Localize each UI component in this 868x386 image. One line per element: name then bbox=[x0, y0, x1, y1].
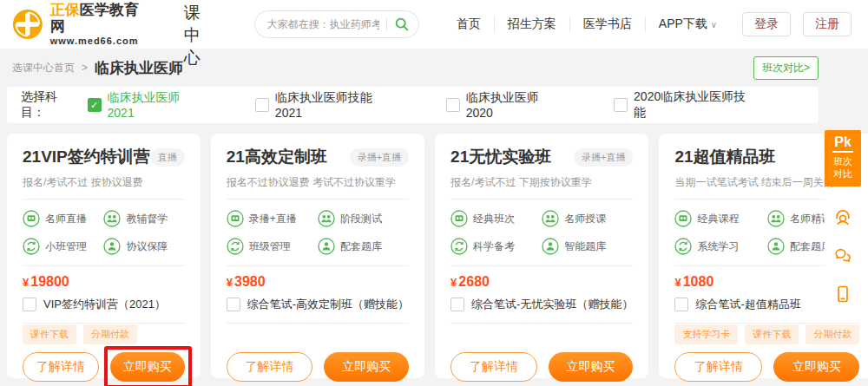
price-currency: ¥ bbox=[674, 276, 681, 289]
course-card-gaoxiao: 21高效定制班 录播+直播 报名不过协议退费 考试不过协议重学 录播+直播 阶段… bbox=[211, 134, 424, 378]
register-button[interactable]: 注册 bbox=[803, 12, 852, 36]
person-icon bbox=[767, 238, 785, 255]
course-option-checkbox[interactable] bbox=[23, 298, 36, 311]
pk-text-line1: 班次 bbox=[825, 155, 861, 167]
breadcrumb-home-link[interactable]: 选课中心首页 bbox=[12, 61, 75, 75]
buy-button[interactable]: 立即购买 bbox=[549, 352, 634, 382]
wechat-chat-icon[interactable] bbox=[832, 245, 854, 267]
nav-home[interactable]: 首页 bbox=[444, 16, 494, 32]
course-type-badge: 录播+直播 bbox=[350, 148, 409, 167]
search-icon[interactable] bbox=[394, 16, 410, 32]
course-option-row[interactable]: 综合笔试-高效定制班（赠技能） bbox=[227, 297, 409, 324]
pk-compare-button[interactable]: Pk 班次 对比 bbox=[825, 130, 861, 186]
buy-button[interactable]: 立即购买 bbox=[324, 352, 409, 382]
feature-item: 系统学习 bbox=[674, 238, 767, 255]
feature-item: 配套题库 bbox=[318, 238, 409, 255]
site-logo[interactable]: 正保医学教育网 www.med66.com bbox=[12, 3, 142, 45]
course-title: 21无忧实验班 bbox=[450, 146, 551, 168]
course-option-checkbox[interactable] bbox=[227, 298, 240, 311]
promo-tag: 分期付款 bbox=[806, 324, 859, 344]
nav-bookstore[interactable]: 医学书店 bbox=[569, 16, 645, 32]
price-amount: 3980 bbox=[234, 274, 266, 289]
promo-tags bbox=[450, 324, 633, 344]
feature-item: 录播+直播 bbox=[227, 210, 318, 227]
brand-text: 正保医学教育网 www.med66.com bbox=[50, 3, 142, 45]
buy-button[interactable]: 立即购买 bbox=[110, 352, 185, 382]
checkbox-checked-icon[interactable]: ✓ bbox=[88, 98, 102, 112]
course-option-row[interactable]: 综合笔试-无忧实验班（赠技能） bbox=[450, 297, 633, 324]
sync-icon bbox=[674, 238, 692, 255]
detail-button[interactable]: 了解详情 bbox=[674, 352, 762, 382]
person-icon bbox=[318, 238, 335, 255]
course-option-label: 综合笔试-超值精品班 bbox=[695, 297, 800, 312]
course-title: 21VIP签约特训营 bbox=[23, 146, 150, 168]
filter-option-2021[interactable]: ✓ 临床执业医师2021 bbox=[88, 90, 201, 120]
live-board-icon bbox=[227, 210, 244, 227]
main-nav: 首页 招生方案 医学书店 APP下载∨ bbox=[444, 16, 730, 32]
live-board-icon bbox=[674, 210, 692, 227]
feature-item: 教辅督学 bbox=[103, 210, 184, 227]
filter-option-skill-2020[interactable]: 2020临床执业医师技能 bbox=[614, 89, 751, 121]
course-title: 21高效定制班 bbox=[227, 146, 327, 168]
feature-item: 名师直播 bbox=[23, 210, 103, 227]
course-subtitle: 报名不过协议退费 考试不过协议重学 bbox=[227, 175, 409, 200]
price-currency: ¥ bbox=[23, 276, 29, 289]
course-option-checkbox[interactable] bbox=[450, 298, 464, 311]
promo-tag: 分期付款 bbox=[83, 324, 137, 344]
course-option-label: VIP签约特训营（2021） bbox=[43, 297, 166, 312]
detail-button[interactable]: 了解详情 bbox=[23, 352, 99, 382]
people-icon bbox=[767, 210, 785, 227]
price-currency: ¥ bbox=[227, 276, 233, 289]
course-option-checkbox[interactable] bbox=[674, 298, 688, 311]
price-amount: 19800 bbox=[30, 274, 69, 289]
course-type-badge: 录播+直播 bbox=[574, 148, 633, 167]
nav-admissions[interactable]: 招生方案 bbox=[494, 16, 569, 32]
class-compare-button[interactable]: 班次对比> bbox=[753, 56, 819, 80]
buy-button[interactable]: 立即购买 bbox=[773, 352, 859, 382]
promo-tag: 支持学习卡 bbox=[674, 324, 738, 344]
price: ¥3980 bbox=[227, 274, 409, 290]
feature-item: 经典班次 bbox=[450, 210, 542, 227]
promo-tags: 课件下载 分期付款 bbox=[23, 324, 185, 344]
customer-service-icon[interactable] bbox=[832, 206, 854, 229]
detail-button[interactable]: 了解详情 bbox=[227, 352, 313, 382]
course-subtitle: 报名/考试不过 按协议退费 bbox=[23, 175, 185, 200]
checkbox-icon[interactable] bbox=[614, 98, 628, 112]
price: ¥19800 bbox=[23, 274, 185, 290]
people-icon bbox=[542, 210, 559, 227]
side-toolbar: Pk 班次 对比 bbox=[825, 130, 861, 317]
checkbox-icon[interactable] bbox=[446, 98, 460, 112]
brand-name-primary: 正保 bbox=[50, 2, 80, 18]
course-option-row[interactable]: VIP签约特训营（2021） bbox=[23, 297, 185, 324]
sync-icon bbox=[450, 238, 468, 255]
person-icon bbox=[103, 238, 121, 255]
breadcrumb: 选课中心首页 > 临床执业医师 班次对比> bbox=[0, 49, 819, 87]
course-subtitle: 报名/考试不过 下期按协议重学 bbox=[450, 175, 633, 200]
feature-item: 名师授课 bbox=[542, 210, 633, 227]
sync-icon bbox=[227, 238, 244, 255]
feature-item: 班级管理 bbox=[227, 238, 318, 255]
promo-tags bbox=[227, 324, 409, 344]
pk-label: Pk bbox=[832, 134, 853, 153]
login-button[interactable]: 登录 bbox=[742, 12, 791, 36]
price-amount: 1080 bbox=[683, 274, 714, 289]
mobile-app-icon[interactable] bbox=[832, 283, 854, 305]
search-input[interactable] bbox=[267, 18, 379, 30]
checkbox-icon[interactable] bbox=[255, 98, 269, 112]
person-icon bbox=[542, 238, 559, 255]
filter-option-skill-2021[interactable]: 临床执业医师技能2021 bbox=[255, 90, 392, 120]
feature-list: 经典班次 名师授课 科学备考 智能题库 bbox=[450, 210, 633, 266]
price-currency: ¥ bbox=[450, 276, 457, 289]
main-content: 选择科目： ✓ 临床执业医师2021 临床执业医师技能2021 临床执业医师20… bbox=[7, 87, 819, 378]
course-card-vip: 21VIP签约特训营 直播 报名/考试不过 按协议退费 名师直播 教辅督学 小班… bbox=[7, 134, 201, 378]
course-option-label: 综合笔试-无忧实验班（赠技能） bbox=[471, 297, 633, 312]
promo-tag: 课件下载 bbox=[745, 324, 799, 344]
detail-button[interactable]: 了解详情 bbox=[450, 352, 537, 382]
logo-icon bbox=[12, 7, 43, 42]
pk-text-line2: 对比 bbox=[825, 167, 861, 180]
filter-option-2020[interactable]: 临床执业医师2020 bbox=[446, 90, 560, 120]
nav-app-download[interactable]: APP下载∨ bbox=[645, 16, 730, 32]
promo-tag: 课件下载 bbox=[23, 324, 76, 344]
sync-icon bbox=[23, 238, 40, 255]
feature-item: 科学备考 bbox=[450, 238, 542, 255]
